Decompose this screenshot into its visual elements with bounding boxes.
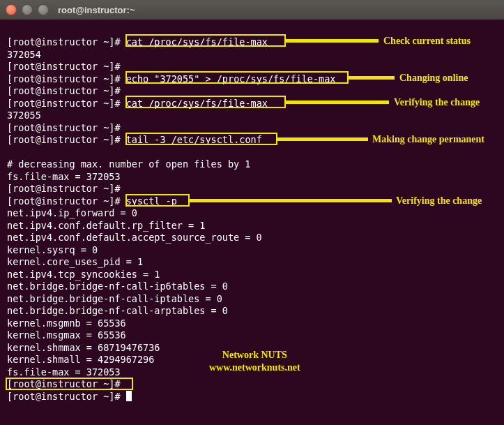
output-line: fs.file-max = 372053 — [7, 171, 497, 184]
annotation-4: Making change permanent — [372, 133, 484, 146]
minimize-icon[interactable] — [22, 4, 33, 15]
prompt-line-10: [root@instructor ~]# — [7, 378, 497, 391]
output-line: net.ipv4.tcp_syncookies = 1 — [7, 269, 497, 281]
output-line: net.bridge.bridge-nf-call-arptables = 0 — [7, 305, 497, 318]
output-line: net.bridge.bridge-nf-call-iptables = 0 — [7, 293, 497, 306]
prompt-line-2: [root@instructor ~]# — [7, 61, 497, 73]
prompt-line-8: [root@instructor ~]# — [7, 183, 497, 195]
cursor-icon — [126, 391, 132, 401]
output-line: kernel.core_uses_pid = 1 — [7, 256, 497, 269]
output-line: kernel.sysrq = 0 — [7, 244, 497, 257]
annotation-3: Verifying the change — [394, 96, 480, 109]
annotation-5: Verifying the change — [396, 195, 482, 207]
prompt-line-6: [root@instructor ~]# — [7, 122, 497, 135]
maximize-icon[interactable] — [38, 4, 49, 15]
terminal-body[interactable]: [root@instructor ~]# cat /proc/sys/fs/fi… — [0, 20, 504, 425]
output-line: kernel.msgmax = 65536 — [7, 329, 497, 342]
output-line: # decreasing max. number of open files b… — [7, 158, 497, 171]
prompt-line-4: [root@instructor ~]# — [7, 85, 497, 98]
output-line: net.ipv4.conf.default.rp_filter = 1 — [7, 220, 497, 232]
close-icon[interactable] — [6, 4, 17, 15]
output-line — [7, 147, 497, 159]
output-line: net.ipv4.ip_forward = 0 — [7, 207, 497, 220]
watermark-line1: Network NUTS — [209, 349, 300, 361]
window-titlebar: root@instructor:~ — [0, 0, 504, 20]
output-line: 372055 — [7, 110, 497, 122]
output-line: 372054 — [7, 49, 497, 61]
output-line: net.bridge.bridge-nf-call-ip6tables = 0 — [7, 281, 497, 293]
annotation-1: Check current status — [383, 35, 471, 47]
prompt-line-11: [root@instructor ~]# — [7, 391, 497, 403]
annotation-2: Changing online — [399, 72, 468, 84]
output-line: net.ipv4.conf.default.accept_source_rout… — [7, 232, 497, 244]
output-line: kernel.msgmnb = 65536 — [7, 318, 497, 330]
watermark-line2: www.networknuts.net — [209, 361, 300, 374]
watermark: Network NUTS www.networknuts.net — [209, 349, 300, 374]
window-title: root@instructor:~ — [58, 5, 135, 15]
